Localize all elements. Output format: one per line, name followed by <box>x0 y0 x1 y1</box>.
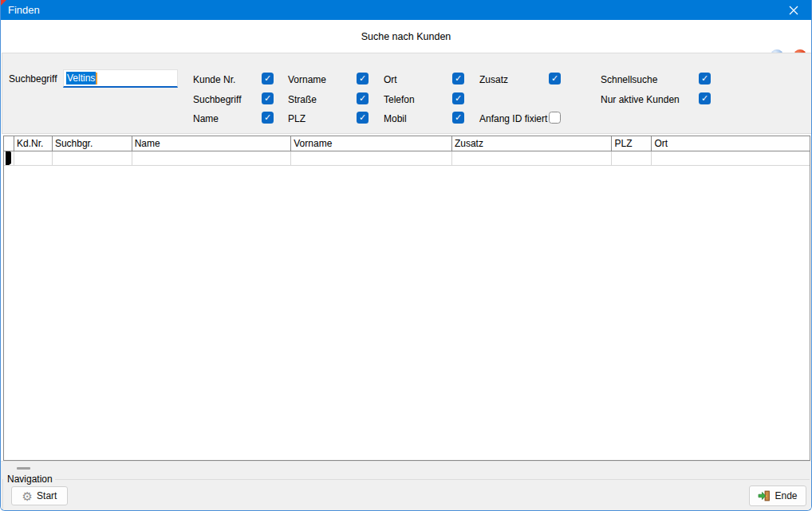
checkbox-label-stra-e: Straße <box>288 94 317 105</box>
search-input-selected-text: Veltins <box>66 72 96 85</box>
checkbox-nur-aktive-kunden[interactable] <box>699 92 711 104</box>
checkbox-anfang-id-fixiert[interactable] <box>549 112 561 124</box>
checkbox-label-mobil: Mobil <box>384 113 407 124</box>
table-row[interactable] <box>4 151 810 166</box>
checkbox-ort[interactable] <box>452 73 464 85</box>
column-header-plz[interactable]: PLZ <box>612 136 652 151</box>
table-cell <box>652 151 810 166</box>
table-cell <box>452 151 613 166</box>
column-header-vorname[interactable]: Vorname <box>291 136 452 151</box>
checkbox-label-nur-aktive-kunden: Nur aktive Kunden <box>601 94 680 105</box>
close-icon <box>789 6 798 15</box>
close-button[interactable] <box>775 0 811 20</box>
column-header-selector[interactable] <box>4 136 14 151</box>
checkbox-kunde-nr[interactable] <box>262 73 274 85</box>
column-header-zusatz[interactable]: Zusatz <box>452 136 613 151</box>
current-row-marker-icon <box>6 151 11 166</box>
text-caret <box>96 73 97 85</box>
table-cell <box>14 151 53 166</box>
form-panel: Suchbegriff Veltins Kunde Nr.Suchbegriff… <box>2 53 812 134</box>
checkbox-label-schnellsuche: Schnellsuche <box>601 74 657 85</box>
bottom-bar: Navigation ⚙ Start Ende <box>1 461 811 511</box>
checkbox-vorname[interactable] <box>357 73 369 85</box>
navigation-group-label: Navigation <box>7 474 53 485</box>
navigation-groupbox-border <box>55 479 810 480</box>
column-header-name[interactable]: Name <box>132 136 292 151</box>
checkbox-zusatz[interactable] <box>549 73 561 85</box>
grid-body <box>4 151 810 166</box>
grid-header-row: Kd.Nr.Suchbgr.NameVornameZusatzPLZOrt <box>4 136 810 151</box>
column-header-suchbgr[interactable]: Suchbgr. <box>53 136 132 151</box>
window-title: Finden <box>8 4 40 16</box>
titlebar: Finden <box>1 0 811 20</box>
column-header-kd-nr[interactable]: Kd.Nr. <box>14 136 53 151</box>
checkbox-schnellsuche[interactable] <box>699 73 711 85</box>
end-button[interactable]: Ende <box>749 485 806 506</box>
table-cell <box>53 151 132 166</box>
checkbox-label-plz: PLZ <box>288 113 305 124</box>
column-header-ort[interactable]: Ort <box>652 136 810 151</box>
checkbox-stra-e[interactable] <box>357 92 369 104</box>
checkbox-label-name: Name <box>193 113 219 124</box>
checkbox-label-suchbegriff: Suchbegriff <box>193 94 242 105</box>
checkbox-label-zusatz: Zusatz <box>479 74 508 85</box>
search-term-label: Suchbegriff <box>9 73 57 85</box>
table-cell <box>132 151 292 166</box>
checkbox-mobil[interactable] <box>452 112 464 124</box>
exit-door-icon <box>758 489 771 502</box>
start-button-label: Start <box>37 490 57 501</box>
search-input[interactable]: Veltins <box>63 69 178 88</box>
page-title: Suche nach Kunden <box>1 31 811 42</box>
header-strip: Suche nach Kunden ? SOS <box>1 20 811 53</box>
table-cell <box>291 151 452 166</box>
start-button[interactable]: ⚙ Start <box>11 486 68 505</box>
navigation-groupbox-border-left <box>2 479 3 509</box>
checkbox-telefon[interactable] <box>452 92 464 104</box>
find-dialog: Finden Suche nach Kunden ? SOS Suchbegri… <box>0 0 812 511</box>
checkbox-label-vorname: Vorname <box>288 74 326 85</box>
checkbox-label-ort: Ort <box>384 74 397 85</box>
end-button-label: Ende <box>775 490 797 501</box>
gear-icon: ⚙ <box>22 490 33 502</box>
results-grid: Kd.Nr.Suchbgr.NameVornameZusatzPLZOrt <box>3 136 810 461</box>
checkbox-label-telefon: Telefon <box>384 94 415 105</box>
checkbox-label-anfang-id-fixiert: Anfang ID fixiert <box>479 113 547 124</box>
splitter-handle[interactable] <box>17 467 30 470</box>
checkbox-name[interactable] <box>262 112 274 124</box>
row-selector-cell <box>4 151 14 166</box>
table-cell <box>612 151 652 166</box>
checkbox-plz[interactable] <box>357 112 369 124</box>
checkbox-suchbegriff[interactable] <box>262 92 274 104</box>
recording-corner-flag <box>1 0 6 6</box>
checkbox-label-kunde-nr: Kunde Nr. <box>193 74 235 85</box>
